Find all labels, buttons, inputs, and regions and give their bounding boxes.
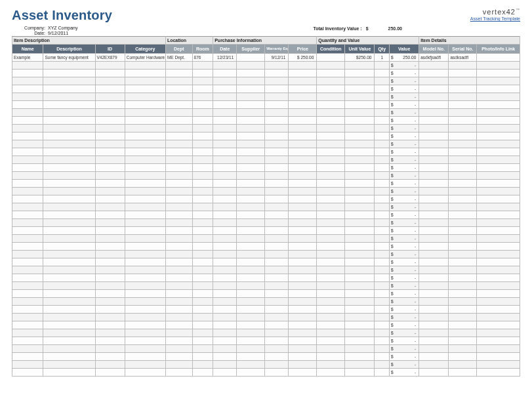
cell-empty[interactable] xyxy=(125,180,165,188)
cell-empty[interactable] xyxy=(125,188,165,195)
cell-value[interactable]: $- xyxy=(390,148,419,156)
cell-empty[interactable] xyxy=(317,125,345,133)
cell-empty[interactable] xyxy=(419,361,449,369)
cell-empty[interactable] xyxy=(265,298,289,306)
cell-empty[interactable] xyxy=(165,93,192,101)
cell-empty[interactable] xyxy=(125,148,165,156)
cell-empty[interactable] xyxy=(477,329,520,337)
cell-empty[interactable] xyxy=(375,251,390,258)
cell-empty[interactable] xyxy=(289,101,317,109)
cell-empty[interactable] xyxy=(192,140,213,148)
cell-empty[interactable] xyxy=(125,93,165,101)
cell-empty[interactable] xyxy=(375,93,390,101)
cell-empty[interactable] xyxy=(213,219,237,227)
cell-empty[interactable] xyxy=(375,77,390,85)
cell-empty[interactable] xyxy=(477,164,520,172)
cell-value[interactable]: $- xyxy=(390,164,419,172)
cell-value[interactable]: $- xyxy=(390,188,419,195)
cell-empty[interactable] xyxy=(95,133,125,140)
cell-empty[interactable] xyxy=(289,235,317,243)
cell-empty[interactable] xyxy=(375,203,390,211)
cell-empty[interactable] xyxy=(345,306,375,314)
cell-empty[interactable] xyxy=(95,172,125,180)
cell-empty[interactable] xyxy=(95,219,125,227)
cell-empty[interactable] xyxy=(265,251,289,258)
cell-empty[interactable] xyxy=(375,235,390,243)
cell-empty[interactable] xyxy=(192,109,213,117)
cell-empty[interactable] xyxy=(419,345,449,353)
cell-value[interactable]: $- xyxy=(390,337,419,345)
cell-empty[interactable] xyxy=(419,148,449,156)
cell-empty[interactable] xyxy=(95,235,125,243)
cell-value[interactable]: $- xyxy=(390,345,419,353)
cell-empty[interactable] xyxy=(375,274,390,282)
cell-empty[interactable] xyxy=(125,258,165,266)
cell-value[interactable]: $- xyxy=(390,219,419,227)
cell-empty[interactable] xyxy=(12,361,43,369)
cell-empty[interactable] xyxy=(265,85,289,93)
cell-empty[interactable] xyxy=(449,219,477,227)
cell-empty[interactable] xyxy=(12,195,43,203)
cell-empty[interactable] xyxy=(95,77,125,85)
cell-empty[interactable] xyxy=(125,109,165,117)
cell-empty[interactable] xyxy=(237,62,265,70)
cell-empty[interactable] xyxy=(43,70,95,77)
cell-empty[interactable] xyxy=(419,306,449,314)
cell-empty[interactable] xyxy=(213,258,237,266)
cell-value[interactable]: $- xyxy=(390,203,419,211)
cell-empty[interactable] xyxy=(165,361,192,369)
cell-empty[interactable] xyxy=(419,172,449,180)
cell-empty[interactable] xyxy=(95,337,125,345)
cell-empty[interactable] xyxy=(317,306,345,314)
cell-empty[interactable] xyxy=(449,314,477,321)
cell-value[interactable]: $- xyxy=(390,353,419,361)
cell-empty[interactable] xyxy=(237,369,265,377)
cell-empty[interactable] xyxy=(95,156,125,164)
cell-empty[interactable] xyxy=(237,251,265,258)
cell-empty[interactable] xyxy=(265,282,289,290)
cell-empty[interactable] xyxy=(165,85,192,93)
cell-empty[interactable] xyxy=(12,148,43,156)
cell-empty[interactable] xyxy=(345,109,375,117)
cell-empty[interactable] xyxy=(477,282,520,290)
cell-empty[interactable] xyxy=(237,164,265,172)
cell-empty[interactable] xyxy=(317,188,345,195)
cell-empty[interactable] xyxy=(345,117,375,125)
cell-empty[interactable] xyxy=(449,109,477,117)
cell-empty[interactable] xyxy=(345,329,375,337)
cell-empty[interactable] xyxy=(165,125,192,133)
cell-empty[interactable] xyxy=(165,290,192,298)
cell-empty[interactable] xyxy=(165,266,192,274)
cell-empty[interactable] xyxy=(265,156,289,164)
cell-value[interactable]: $- xyxy=(390,251,419,258)
cell-empty[interactable] xyxy=(237,188,265,195)
cell-empty[interactable] xyxy=(43,227,95,235)
cell-value[interactable]: $- xyxy=(390,133,419,140)
cell-empty[interactable] xyxy=(165,353,192,361)
cell-empty[interactable] xyxy=(95,243,125,251)
cell-empty[interactable] xyxy=(345,314,375,321)
cell-empty[interactable] xyxy=(317,251,345,258)
cell-empty[interactable] xyxy=(43,298,95,306)
cell-empty[interactable] xyxy=(12,156,43,164)
cell-empty[interactable] xyxy=(289,353,317,361)
cell-empty[interactable] xyxy=(165,251,192,258)
cell-empty[interactable] xyxy=(375,109,390,117)
cell-empty[interactable] xyxy=(449,125,477,133)
cell-empty[interactable] xyxy=(213,172,237,180)
cell-empty[interactable] xyxy=(12,180,43,188)
cell-empty[interactable] xyxy=(43,77,95,85)
cell-empty[interactable] xyxy=(43,85,95,93)
cell-empty[interactable] xyxy=(449,306,477,314)
cell-empty[interactable] xyxy=(192,235,213,243)
cell-value[interactable]: $- xyxy=(390,62,419,70)
cell-empty[interactable] xyxy=(345,298,375,306)
cell-empty[interactable] xyxy=(165,258,192,266)
cell-empty[interactable] xyxy=(345,219,375,227)
cell-empty[interactable] xyxy=(213,203,237,211)
cell-empty[interactable] xyxy=(125,156,165,164)
cell-empty[interactable] xyxy=(213,298,237,306)
cell-empty[interactable] xyxy=(477,109,520,117)
cell-empty[interactable] xyxy=(12,77,43,85)
cell-empty[interactable] xyxy=(125,321,165,329)
